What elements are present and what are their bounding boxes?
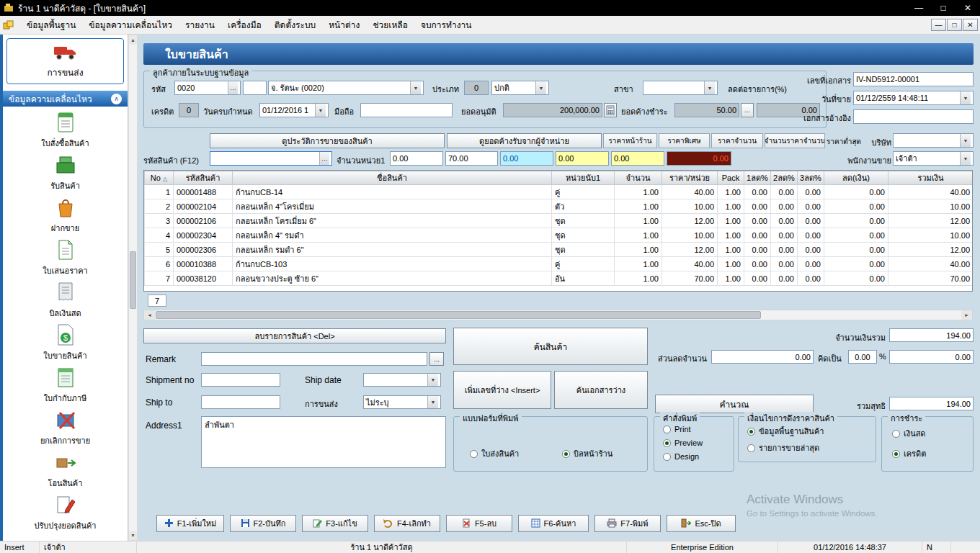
delete-row-button[interactable]: ลบรายการสินค้า <Del> <box>143 328 446 343</box>
customer-code2-field[interactable] <box>243 81 267 95</box>
sidebar-item-purchase-order[interactable]: ใบสั่งซื้อสินค้า <box>3 109 128 152</box>
col-header-disc[interactable]: ลด(เงิน) <box>824 171 888 185</box>
calculator-icon[interactable] <box>604 103 617 117</box>
radio-store-bill[interactable]: บิลหน้าร้าน <box>562 447 612 460</box>
chevron-down-icon[interactable]: ▼ <box>427 396 438 408</box>
chevron-down-icon[interactable]: ▼ <box>704 81 715 94</box>
mdi-minimize-button[interactable]: — <box>931 19 946 31</box>
maximize-button[interactable]: □ <box>931 0 956 16</box>
insert-blank-number-button[interactable]: เพิ่มเลขที่ว่าง <Insert> <box>453 371 551 409</box>
product-code-input[interactable]: … <box>210 151 332 166</box>
menu-item-help[interactable]: ช่วยเหลือ <box>366 16 414 35</box>
find-blank-doc-button[interactable]: ค้นเอกสารว่าง <box>554 371 648 409</box>
chevron-down-icon[interactable]: ▼ <box>960 134 971 147</box>
f1-add-button[interactable]: F1-เพิ่มใหม่ <box>156 515 224 532</box>
customer-name-combo[interactable]: จ. รัตนะ (0020)▼ <box>268 81 424 95</box>
table-horizontal-scrollbar[interactable]: ◄ ► <box>143 310 973 320</box>
mdi-close-button[interactable]: ✕ <box>963 19 978 31</box>
qty-price-field[interactable]: 0.00 <box>556 151 609 166</box>
doc-no-field[interactable]: IV-ND5912-00001 <box>853 72 974 86</box>
chevron-down-icon[interactable]: ▼ <box>427 374 438 386</box>
f7-print-button[interactable]: F7-พิมพ์ <box>594 515 661 532</box>
col-header-d1[interactable]: 1ลด% <box>744 171 771 185</box>
qty-field[interactable]: 0.00 <box>390 151 443 166</box>
find-product-button[interactable]: ค้นสินค้า <box>453 328 648 365</box>
radio-last-sale-price[interactable]: รายการขายล่าสุด <box>747 441 819 454</box>
col-header-no[interactable]: No △ <box>145 171 174 185</box>
ref-doc-field[interactable] <box>853 109 974 124</box>
menu-item-exit[interactable]: จบการทำงาน <box>414 16 478 35</box>
sidebar-item-cash-bill[interactable]: บิลเงินสด <box>3 279 128 322</box>
menu-item-window[interactable]: หน้าต่าง <box>322 16 366 35</box>
col-header-pack[interactable]: Pack <box>718 171 744 185</box>
sidebar-item-tax-invoice[interactable]: ใบกำกับภาษี <box>3 364 128 407</box>
scroll-up-icon[interactable]: ▲ <box>129 35 137 45</box>
chevron-down-icon[interactable]: ▼ <box>960 91 971 104</box>
sale-history-button[interactable]: ดูประวัติการขายของสินค้า <box>210 133 445 148</box>
radio-preview[interactable]: Preview <box>663 439 703 447</box>
sidebar-item-sale-invoice[interactable]: $ ใบขายสินค้า <box>3 322 128 364</box>
f4-undo-button[interactable]: F4-เลิกทำ <box>374 515 440 532</box>
scroll-left-icon[interactable]: ◄ <box>144 310 155 320</box>
due-date-field[interactable]: 01/12/2016 1▼ <box>259 103 329 117</box>
sidebar-item-quotation[interactable]: ใบเสนอราคา <box>3 237 128 279</box>
calculate-button[interactable]: คำนวณ <box>655 395 814 413</box>
branch-combo[interactable]: ▼ <box>643 81 718 95</box>
address-textarea[interactable]: ลำพันตา <box>201 416 446 468</box>
mdi-restore-button[interactable]: □ <box>947 19 962 31</box>
f5-delete-button[interactable]: F5-ลบ <box>446 515 512 532</box>
remark-dots-button[interactable]: ... <box>429 352 444 366</box>
table-row[interactable]: 3 000002106 กลอนเหล็ก โครเมี่ยม 6" ชุด 1… <box>145 214 974 228</box>
col-header-qty[interactable]: จำนวน <box>615 171 662 185</box>
discount-input[interactable]: 0.00 <box>711 350 814 364</box>
lookup-dots-icon[interactable]: … <box>228 81 238 94</box>
menu-item-setup[interactable]: ติดตั้งระบบ <box>268 16 322 35</box>
f3-edit-button[interactable]: F3-แก้ไข <box>302 515 368 532</box>
scrollbar-thumb[interactable] <box>156 311 761 319</box>
menu-item-reports[interactable]: รายงาน <box>179 16 221 35</box>
chevron-down-icon[interactable]: ▼ <box>535 81 546 94</box>
col-header-d3[interactable]: 3ลด% <box>798 171 824 185</box>
table-row[interactable]: 5 000002306 กลอนเหล็ก รมดำ 6" ชุด 1.00 1… <box>145 243 974 257</box>
sidebar-item-consignment[interactable]: ฝากขาย <box>3 194 128 237</box>
minimize-button[interactable]: — <box>906 0 931 16</box>
transport-combo[interactable]: ไม่ระบุ▼ <box>363 395 441 409</box>
f2-save-button[interactable]: F2-บันทึก <box>230 515 296 532</box>
radio-cash[interactable]: เงินสด <box>892 427 926 440</box>
sidebar-section-transactions[interactable]: ข้อมูลความเคลื่อนไหว ∧ <box>3 91 128 107</box>
outstanding-dots-button[interactable]: ... <box>741 103 754 117</box>
menu-item-transactions[interactable]: ข้อมูลความเคลื่อนไหว <box>82 16 179 35</box>
shipment-no-input[interactable] <box>201 373 280 387</box>
sidebar-item-adjust-stock[interactable]: ปรับปรุงยอดสินค้า <box>3 492 128 534</box>
company-combo[interactable]: ▼ <box>893 133 974 148</box>
f6-search-button[interactable]: F6-ค้นหา <box>518 515 589 532</box>
radio-print[interactable]: Print <box>663 425 691 433</box>
table-row[interactable]: 1 000001488 ก้านกบCB-14 คู่ 1.00 40.00 1… <box>145 185 974 199</box>
radio-delivery-note[interactable]: ใบส่งสินค้า <box>470 447 519 460</box>
table-row[interactable]: 4 000002304 กลอนเหล็ก 4" รมดำ ชุด 1.00 1… <box>145 228 974 243</box>
supplier-due-button[interactable]: ดูยอดค้างรับจากผู้จำหน่าย <box>447 133 602 148</box>
scroll-down-icon[interactable]: ▼ <box>129 531 137 540</box>
chevron-down-icon[interactable]: ▼ <box>960 152 971 165</box>
menu-item-tools[interactable]: เครื่องมือ <box>221 16 268 35</box>
salesman-combo[interactable]: เจ้าต้า▼ <box>893 151 974 166</box>
sale-date-combo[interactable]: 01/12/2559 14:48:11▼ <box>853 91 974 105</box>
sidebar-item-cancel-sale[interactable]: ยกเลิกการขาย <box>3 407 128 449</box>
mobile-field[interactable] <box>360 103 453 117</box>
table-row[interactable]: 7 000038120 กลอนขวางประตู ซ้าย 6" อัน 1.… <box>145 271 974 286</box>
col-header-unit[interactable]: หน่วยนับ1 <box>552 171 615 185</box>
radio-credit[interactable]: เครดิต <box>892 447 926 460</box>
scrollbar-thumb[interactable] <box>130 251 136 309</box>
special-price-field[interactable]: 0.00 <box>500 151 553 166</box>
chevron-down-icon[interactable]: ▼ <box>410 81 421 94</box>
sidebar-item-transfer-goods[interactable]: โอนสินค้า <box>3 449 128 492</box>
discount-percent-field[interactable]: 0.00 <box>848 350 877 364</box>
menu-item-basics[interactable]: ข้อมูลพื้นฐาน <box>20 16 82 35</box>
table-row[interactable]: 6 000010388 ก้านกบCB-103 คู่ 1.00 40.00 … <box>145 257 974 271</box>
chevron-down-icon[interactable]: ▼ <box>315 104 326 117</box>
col-header-price[interactable]: ราคา/หน่วย <box>662 171 718 185</box>
retail-price-field[interactable]: 70.00 <box>445 151 498 166</box>
customer-type-combo[interactable]: ปกติ▼ <box>491 81 549 95</box>
sidebar-scrollbar[interactable]: ▲ ▼ <box>128 35 138 541</box>
lookup-dots-icon[interactable]: … <box>319 152 329 165</box>
